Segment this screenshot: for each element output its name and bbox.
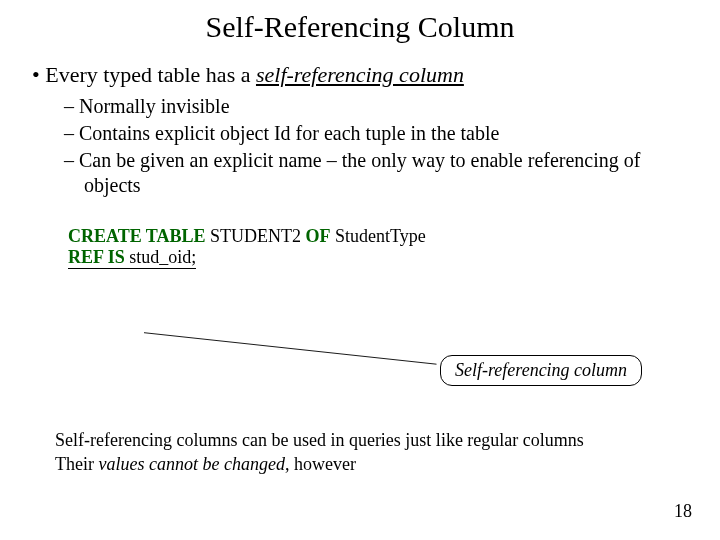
ident-stud-oid: stud_oid; bbox=[125, 247, 197, 267]
bullet-list-level1: Every typed table has a self-referencing… bbox=[28, 62, 692, 198]
subitem-b: Contains explicit object Id for each tup… bbox=[84, 121, 692, 146]
code-block: CREATE TABLE STUDENT2 OF StudentType REF… bbox=[68, 226, 692, 269]
ident-studenttype: StudentType bbox=[331, 226, 426, 246]
svg-line-0 bbox=[144, 333, 437, 365]
slide-body: Every typed table has a self-referencing… bbox=[0, 44, 720, 269]
slide: Self-Referencing Column Every typed tabl… bbox=[0, 0, 720, 540]
note2-c: , however bbox=[285, 454, 356, 474]
keyword-of: OF bbox=[306, 226, 331, 246]
bullet1-prefix: Every typed table has a bbox=[45, 62, 256, 87]
callout-label: Self-referencing column bbox=[440, 355, 642, 386]
keyword-create-table: CREATE TABLE bbox=[68, 226, 206, 246]
slide-title: Self-Referencing Column bbox=[0, 0, 720, 44]
ident-student2: STUDENT2 bbox=[206, 226, 306, 246]
code-line-1: CREATE TABLE STUDENT2 OF StudentType bbox=[68, 226, 692, 247]
keyword-ref-is: REF IS bbox=[68, 247, 125, 267]
bullet1-term: self-referencing column bbox=[256, 62, 464, 87]
ref-is-clause: REF IS stud_oid; bbox=[68, 247, 196, 269]
note2-a: Their bbox=[55, 454, 98, 474]
note-line-1: Self-referencing columns can be used in … bbox=[55, 428, 584, 452]
code-line-2: REF IS stud_oid; bbox=[68, 247, 692, 269]
note2-b: values cannot be changed bbox=[98, 454, 284, 474]
bullet-list-level2: Normally invisible Contains explicit obj… bbox=[50, 94, 692, 198]
callout-text: Self-referencing column bbox=[455, 360, 627, 380]
bullet-item-1: Every typed table has a self-referencing… bbox=[50, 62, 692, 198]
page-number: 18 bbox=[674, 501, 692, 522]
subitem-c: Can be given an explicit name – the only… bbox=[84, 148, 692, 198]
callout-connector-line bbox=[85, 330, 455, 366]
notes-block: Self-referencing columns can be used in … bbox=[55, 428, 584, 477]
subitem-a: Normally invisible bbox=[84, 94, 692, 119]
note-line-2: Their values cannot be changed, however bbox=[55, 452, 584, 476]
